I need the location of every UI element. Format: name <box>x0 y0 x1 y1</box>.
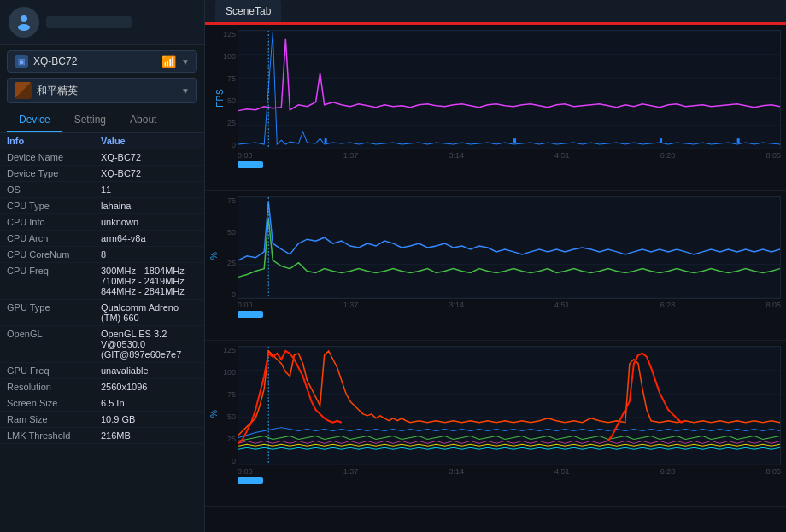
charts-area: FPS 125 100 75 50 25 0 <box>205 25 786 532</box>
main-content: SceneTab FPS 125 100 75 50 25 0 <box>205 0 786 532</box>
info-value: 8 <box>101 249 197 260</box>
avatar <box>9 7 39 38</box>
svg-point-1 <box>18 24 30 31</box>
info-row: Ram Size10.9 GB <box>0 412 204 428</box>
cpu-chart-svg <box>238 196 781 299</box>
tab-setting[interactable]: Setting <box>62 108 118 132</box>
info-table: Info Value Device NameXQ-BC72Device Type… <box>0 133 204 532</box>
svg-point-0 <box>21 15 27 22</box>
fps-scroll-bar[interactable] <box>238 161 781 168</box>
game-selector[interactable]: 和平精英 ▼ <box>7 78 197 103</box>
info-key: CPU CoreNum <box>7 249 101 260</box>
info-row: CPU Infounknown <box>0 214 204 231</box>
scene-tab-bar: SceneTab <box>205 0 786 25</box>
info-row: GPU TypeQualcomm Adreno (TM) 660 <box>0 300 204 326</box>
device-dropdown-arrow: ▼ <box>181 57 190 67</box>
info-row: CPU CoreNum8 <box>0 247 204 263</box>
device-icon: ▣ <box>15 55 28 68</box>
game-label: 和平精英 <box>37 84 176 98</box>
info-key: OpenGL <box>7 329 101 339</box>
info-row: Resolution2560x1096 <box>0 379 204 395</box>
info-key: GPU Freq <box>7 365 101 376</box>
info-key: CPU Info <box>7 217 101 227</box>
mem-chart-block: % 125 100 75 50 25 0 <box>205 341 786 507</box>
info-value: 216MB <box>101 430 197 441</box>
info-value: 2560x1096 <box>101 382 197 392</box>
info-key: Resolution <box>7 382 101 392</box>
scene-tab[interactable]: SceneTab <box>215 0 281 22</box>
device-label: XQ-BC72 <box>33 56 156 67</box>
tab-bar: Device Setting About <box>0 108 204 133</box>
info-value: 300MHz - 1804MHz 710MHz - 2419MHz 844MHz… <box>101 266 197 296</box>
info-value: XQ-BC72 <box>101 152 197 162</box>
info-row: OpenGLOpenGL ES 3.2 V@0530.0 (GIT@897e60… <box>0 326 204 363</box>
cpu-scroll-thumb[interactable] <box>238 311 263 318</box>
wifi-icon: 📶 <box>161 55 176 68</box>
cpu-time-axis: 0:001:373:144:516:288:05 <box>238 299 781 311</box>
info-key: Device Type <box>7 168 101 178</box>
info-value: lahaina <box>101 201 197 211</box>
cpu-chart-block: % 75 50 25 0 <box>205 191 786 341</box>
svg-rect-11 <box>660 138 662 143</box>
svg-rect-10 <box>513 138 516 143</box>
info-key: CPU Type <box>7 201 101 211</box>
info-row: LMK Threshold216MB <box>0 428 204 444</box>
cpu-scroll-bar[interactable] <box>238 311 781 318</box>
info-row: Device NameXQ-BC72 <box>0 149 204 166</box>
tab-device[interactable]: Device <box>7 108 62 132</box>
info-col-header: Info <box>7 136 101 146</box>
info-key: OS <box>7 184 101 195</box>
mem-scroll-thumb[interactable] <box>238 477 263 484</box>
info-row: CPU Typelahaina <box>0 198 204 214</box>
game-dropdown-arrow: ▼ <box>181 86 190 96</box>
info-row: GPU Frequnavaliable <box>0 363 204 379</box>
info-table-header: Info Value <box>0 133 204 149</box>
tab-about[interactable]: About <box>118 108 168 132</box>
info-key: Screen Size <box>7 398 101 408</box>
info-row: Device TypeXQ-BC72 <box>0 166 204 182</box>
svg-rect-9 <box>325 138 327 143</box>
info-key: Ram Size <box>7 414 101 424</box>
mem-chart-svg <box>238 346 781 465</box>
fps-time-axis: 0:001:373:144:516:288:05 <box>238 149 781 161</box>
info-value: XQ-BC72 <box>101 168 197 178</box>
game-icon <box>15 82 32 99</box>
profile-text-placeholder <box>46 16 132 28</box>
info-row: OS11 <box>0 182 204 198</box>
info-key: LMK Threshold <box>7 430 101 441</box>
info-value: 10.9 GB <box>101 414 197 424</box>
sidebar: ▣ XQ-BC72 📶 ▼ 和平精英 ▼ Device Setting Abou… <box>0 0 205 532</box>
info-value: OpenGL ES 3.2 V@0530.0 (GIT@897e60e7e7 <box>101 329 197 360</box>
info-value: 11 <box>101 184 197 195</box>
info-key: Device Name <box>7 152 101 162</box>
info-row: Screen Size6.5 In <box>0 395 204 412</box>
profile-bar <box>0 0 204 45</box>
fps-scroll-thumb[interactable] <box>238 161 263 168</box>
mem-scroll-bar[interactable] <box>238 477 781 484</box>
info-key: GPU Type <box>7 302 101 313</box>
fps-chart-svg <box>238 30 781 149</box>
info-value: arm64-v8a <box>101 233 197 243</box>
info-key: CPU Freq <box>7 266 101 276</box>
info-row: CPU Freq300MHz - 1804MHz 710MHz - 2419MH… <box>0 263 204 300</box>
mem-time-axis: 0:001:373:144:516:288:05 <box>238 465 781 477</box>
info-key: CPU Arch <box>7 233 101 243</box>
info-value: unavaliable <box>101 365 197 376</box>
info-value: unknown <box>101 217 197 227</box>
svg-rect-12 <box>737 138 740 143</box>
device-selector[interactable]: ▣ XQ-BC72 📶 ▼ <box>7 50 197 73</box>
info-value: 6.5 In <box>101 398 197 408</box>
value-col-header: Value <box>101 136 197 146</box>
info-row: CPU Archarm64-v8a <box>0 231 204 247</box>
fps-chart-block: FPS 125 100 75 50 25 0 <box>205 25 786 191</box>
info-value: Qualcomm Adreno (TM) 660 <box>101 302 197 323</box>
